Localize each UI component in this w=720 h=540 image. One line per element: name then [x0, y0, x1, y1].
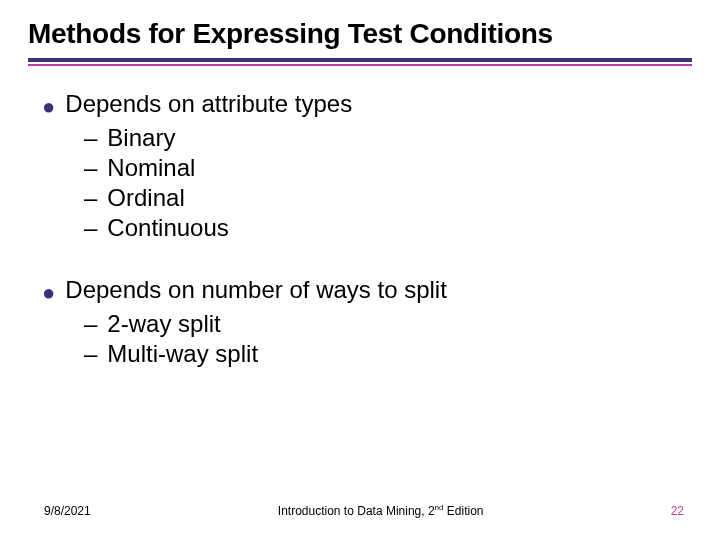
page-number: 22 [671, 504, 684, 518]
sub-bullet-text: Binary [107, 124, 175, 152]
dash-icon: – [84, 154, 97, 182]
bullet-item: ● Depends on attribute types [42, 90, 682, 118]
sub-bullet-text: 2-way split [107, 310, 220, 338]
sub-bullet-text: Multi-way split [107, 340, 258, 368]
footer-center-ordinal: nd [435, 503, 444, 512]
rule-top-bar [28, 58, 692, 62]
footer-date: 9/8/2021 [44, 504, 91, 518]
sub-bullet-item: – Continuous [84, 214, 682, 242]
footer-center-suffix: Edition [444, 504, 484, 518]
bullet-icon: ● [42, 282, 55, 304]
slide-footer: 9/8/2021 Introduction to Data Mining, 2n… [0, 503, 720, 518]
dash-icon: – [84, 340, 97, 368]
title-rule [28, 58, 692, 66]
sublist: – 2-way split – Multi-way split [84, 310, 682, 368]
sub-bullet-item: – Multi-way split [84, 340, 682, 368]
sub-bullet-text: Continuous [107, 214, 228, 242]
sub-bullet-item: – Binary [84, 124, 682, 152]
sublist: – Binary – Nominal – Ordinal – Continuou… [84, 124, 682, 242]
slide-title: Methods for Expressing Test Conditions [28, 18, 692, 50]
content-area: ● Depends on attribute types – Binary – … [28, 66, 692, 368]
bullet-item: ● Depends on number of ways to split [42, 276, 682, 304]
footer-center: Introduction to Data Mining, 2nd Edition [91, 503, 671, 518]
sub-bullet-item: – Nominal [84, 154, 682, 182]
dash-icon: – [84, 184, 97, 212]
sub-bullet-item: – Ordinal [84, 184, 682, 212]
bullet-text: Depends on attribute types [65, 90, 352, 118]
bullet-text: Depends on number of ways to split [65, 276, 447, 304]
bullet-group-2: ● Depends on number of ways to split – 2… [42, 276, 682, 368]
dash-icon: – [84, 310, 97, 338]
dash-icon: – [84, 214, 97, 242]
dash-icon: – [84, 124, 97, 152]
bullet-icon: ● [42, 96, 55, 118]
sub-bullet-text: Nominal [107, 154, 195, 182]
footer-center-prefix: Introduction to Data Mining, 2 [278, 504, 435, 518]
sub-bullet-item: – 2-way split [84, 310, 682, 338]
bullet-group-1: ● Depends on attribute types – Binary – … [42, 90, 682, 242]
sub-bullet-text: Ordinal [107, 184, 184, 212]
